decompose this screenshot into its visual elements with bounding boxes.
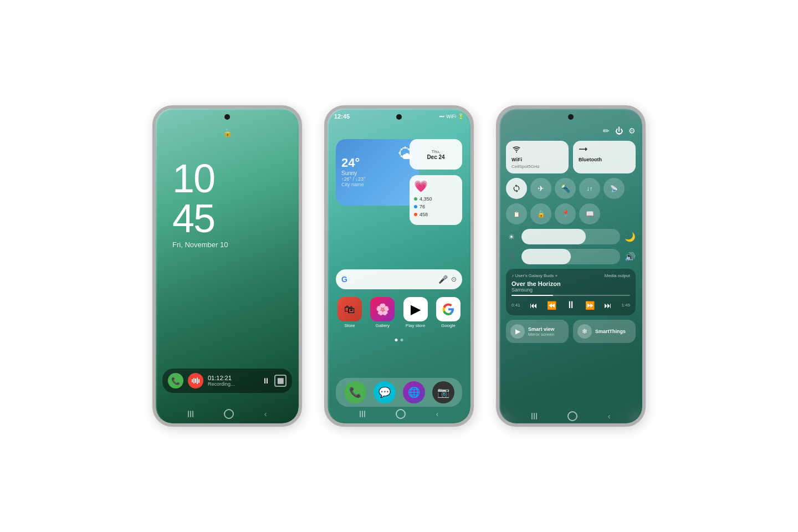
nfc-toggle[interactable]: 📡	[603, 178, 625, 199]
volume-high-icon[interactable]: 🔊	[625, 252, 636, 262]
app-play-wrap[interactable]: ▶ Play store	[402, 297, 429, 328]
power-icon[interactable]: ⏻	[615, 126, 623, 135]
dock-messages-icon[interactable]: 💬	[374, 381, 396, 403]
cc-bg: ✏ ⏻ ⚙	[499, 109, 642, 423]
smart-things-tile[interactable]: ❄ SmartThings	[573, 320, 636, 343]
notif-text: 01:12:21 Recording...	[208, 375, 258, 387]
settings-icon[interactable]: ⚙	[628, 126, 636, 135]
nav-line-cc2	[534, 413, 535, 420]
cc-top-icons: ✏ ⏻ ⚙	[506, 126, 636, 135]
health-dot-3	[414, 213, 417, 216]
app-gallery-wrap[interactable]: 🌸 Gallery	[369, 297, 396, 328]
google-logo: G	[341, 275, 347, 284]
search-bar[interactable]: G 🎤 ⊙	[336, 269, 462, 289]
edit-icon[interactable]: ✏	[603, 126, 610, 135]
lock-time: 10 45	[172, 158, 214, 238]
lens-icon[interactable]: ⊙	[451, 275, 457, 283]
lock-icon: 🔒	[223, 128, 232, 137]
dock-browser-icon[interactable]: 🌐	[403, 381, 425, 403]
app-google-wrap[interactable]: Google	[434, 297, 462, 328]
app-gallery-icon: 🌸	[370, 297, 395, 321]
health-row-1: 4,350	[414, 196, 458, 202]
app-play-icon: ▶	[403, 297, 428, 321]
lock-screen-bg: 🔒 10 45 Fri, November 10 📞	[156, 109, 299, 423]
airplane-toggle[interactable]: ✈	[530, 178, 551, 199]
brightness-slider-row: ☀ 🌙	[506, 229, 636, 244]
lock-toggle[interactable]: 🔒	[530, 203, 551, 224]
call-icon: 📞	[168, 373, 183, 388]
nav-line-3	[192, 411, 193, 417]
fast-forward-btn[interactable]: ⏩	[585, 301, 595, 310]
rotate-toggle[interactable]	[506, 178, 527, 199]
health-widget[interactable]: 💗 4,350 76 458	[410, 175, 462, 225]
wifi-toggle[interactable]: WiFi CellSpot5GHz	[506, 141, 569, 173]
nav-line-cc1	[531, 413, 533, 420]
media-controls: 0:41 ⏮ ⏪ ⏸ ⏩ ⏭ 1:49	[511, 299, 630, 311]
app-row: 🛍 Store 🌸 Gallery ▶ Play store	[336, 297, 462, 328]
scan-toggle[interactable]: 📋	[506, 203, 527, 224]
recents-btn-cc[interactable]: ‹	[608, 412, 611, 421]
home-btn-cc[interactable]	[567, 411, 577, 421]
skip-forward-btn[interactable]: ⏭	[604, 301, 612, 310]
pause-button[interactable]: ⏸	[262, 376, 270, 385]
wifi-sub: CellSpot5GHz	[511, 164, 563, 169]
dock-camera-icon[interactable]: 📷	[432, 381, 454, 403]
clock-day: Thu,	[431, 149, 440, 154]
bluetooth-icon: ⭢	[579, 145, 630, 155]
dock: 📞 💬 🌐 📷	[336, 378, 462, 407]
recording-icon	[188, 373, 203, 388]
home-button[interactable]	[224, 409, 234, 419]
flashlight-toggle[interactable]: 🔦	[555, 178, 576, 199]
back-btn-cc[interactable]	[531, 413, 537, 420]
microphone-icon[interactable]: 🎤	[438, 275, 448, 284]
nav-line-h3	[364, 411, 365, 417]
media-header: ♪ User's Galaxy Buds × Media output	[511, 273, 630, 278]
download-toggle[interactable]: ↓↑	[579, 178, 600, 199]
recording-bars	[192, 377, 200, 384]
reading-toggle[interactable]: 📖	[579, 203, 600, 224]
lock-hour: 10	[172, 158, 214, 198]
recents-button[interactable]: ‹	[264, 410, 267, 418]
nav-line-cc3	[536, 413, 537, 420]
camera-button[interactable]: ⬜	[274, 375, 287, 387]
location-toggle[interactable]: 📍	[555, 203, 576, 224]
back-button[interactable]	[188, 411, 193, 417]
play-pause-btn[interactable]: ⏸	[566, 299, 576, 311]
skip-back-btn[interactable]: ⏮	[530, 301, 538, 310]
app-gallery-label: Gallery	[376, 323, 390, 328]
brightness-track[interactable]	[521, 229, 620, 244]
media-time-end: 1:49	[621, 303, 630, 308]
volume-track[interactable]	[521, 249, 620, 264]
status-icons: ▪▪▪ WiFi 🔋	[439, 114, 464, 119]
app-store-wrap[interactable]: 🛍 Store	[336, 297, 364, 328]
media-output-label[interactable]: Media output	[605, 273, 630, 278]
lock-date: Fri, November 10	[172, 241, 228, 249]
media-progress-bar[interactable]	[511, 295, 630, 296]
smart-view-tile[interactable]: ▶ Smart view Mirror screen	[506, 320, 569, 343]
weather-city: City name	[341, 182, 413, 187]
signal-icon: ▪▪▪	[439, 114, 444, 119]
camera-cutout-3	[568, 114, 574, 120]
recents-btn-home[interactable]: ‹	[436, 410, 439, 418]
volume-slider-row: 🎵 🔊	[506, 249, 636, 264]
home-btn-home[interactable]	[396, 409, 406, 419]
page-dot-2	[401, 339, 403, 341]
smart-view-label: Smart view	[528, 326, 555, 332]
recording-label: Recording...	[208, 381, 258, 387]
clock-widget[interactable]: Thu, Dec 24	[410, 139, 462, 170]
night-mode-icon[interactable]: 🌙	[625, 232, 636, 242]
bluetooth-toggle[interactable]: ⭢ Bluetooth	[573, 141, 636, 173]
dock-phone-icon[interactable]: 📞	[344, 381, 366, 403]
small-toggles-row-1: ✈ 🔦 ↓↑ 📡	[506, 178, 636, 199]
phone-control-center: ✏ ⏻ ⚙	[496, 105, 646, 427]
rewind-btn[interactable]: ⏪	[547, 301, 556, 310]
back-btn-home[interactable]	[360, 411, 365, 417]
media-progress-fill	[511, 295, 553, 296]
camera-cutout-2	[396, 114, 402, 120]
media-title: Over the Horizon	[511, 280, 630, 287]
phone-home-screen: 12:45 ▪▪▪ WiFi 🔋 🌤 24° Sunny ↑26° / ↓23°…	[324, 105, 474, 427]
heart-icon: 💗	[414, 180, 428, 193]
weather-widget[interactable]: 🌤 24° Sunny ↑26° / ↓23° City name	[336, 139, 419, 206]
health-value-2: 76	[420, 204, 425, 209]
rec-bar-1	[192, 379, 193, 382]
